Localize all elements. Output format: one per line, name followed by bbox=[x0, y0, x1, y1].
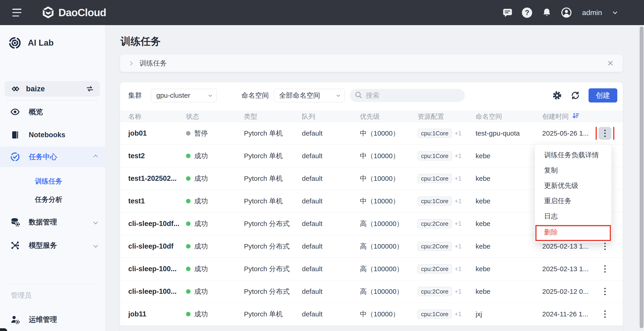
status-dot bbox=[186, 199, 190, 204]
user-name[interactable]: admin bbox=[582, 8, 602, 17]
col-status[interactable]: 状态 bbox=[186, 112, 244, 121]
workspace-switch-icon[interactable] bbox=[86, 85, 94, 93]
brand-name: DaoCloud bbox=[58, 6, 106, 19]
job-name[interactable]: job11 bbox=[128, 310, 186, 318]
resource-extra[interactable]: +1 bbox=[454, 243, 462, 250]
search-input[interactable] bbox=[366, 92, 452, 99]
resource-extra[interactable]: +1 bbox=[454, 220, 462, 227]
resource-extra[interactable]: +1 bbox=[454, 288, 462, 295]
job-name[interactable]: test1 bbox=[128, 197, 186, 205]
sidebar-item-training-jobs[interactable]: 训练任务 bbox=[0, 174, 106, 188]
sort-desc-icon[interactable] bbox=[572, 112, 580, 121]
sidebar-divider bbox=[7, 100, 98, 100]
menu-item-restart[interactable]: 重启任务 bbox=[535, 193, 611, 209]
job-status: 成功 bbox=[186, 264, 244, 274]
topbar: DaoCloud ? admin bbox=[0, 0, 644, 25]
chevron-down-icon[interactable] bbox=[613, 10, 617, 14]
col-priority[interactable]: 优先级 bbox=[360, 112, 418, 121]
workspace-selector[interactable]: baize bbox=[4, 81, 100, 96]
sidebar-item-data-management[interactable]: 数据管理 bbox=[0, 214, 106, 230]
avatar-icon[interactable] bbox=[561, 7, 572, 18]
scrollbar[interactable] bbox=[639, 25, 644, 331]
resource-extra[interactable]: +1 bbox=[454, 266, 462, 272]
namespace-select[interactable]: 全部命名空间 bbox=[274, 89, 345, 102]
sidebar-item-task-center[interactable]: 任务中心 bbox=[0, 146, 106, 167]
daocloud-cube-icon bbox=[42, 6, 54, 19]
table-row[interactable]: cli-sleep-100... 成功 Pytorch 分布式 default … bbox=[120, 258, 623, 280]
sidebar-item-job-analysis[interactable]: 任务分析 bbox=[0, 193, 106, 206]
status-dot bbox=[186, 176, 190, 181]
chevron-down-icon[interactable] bbox=[93, 243, 98, 248]
table-row[interactable]: cli-sleep-100... 成功 Pytorch 分布式 default … bbox=[120, 280, 623, 303]
menu-item-logs[interactable]: 日志 bbox=[535, 209, 611, 224]
row-actions-button[interactable] bbox=[598, 308, 611, 320]
job-name[interactable]: test2 bbox=[128, 152, 186, 160]
col-resources[interactable]: 资源配置 bbox=[418, 112, 476, 121]
job-namespace: kebe bbox=[476, 152, 542, 160]
menu-item-clone[interactable]: 复制 bbox=[535, 163, 611, 178]
chat-icon[interactable] bbox=[502, 7, 513, 18]
menu-item-update-priority[interactable]: 更新优先级 bbox=[535, 178, 611, 193]
chevron-up-icon[interactable] bbox=[93, 154, 98, 159]
sidebar-item-overview[interactable]: 概览 bbox=[0, 104, 106, 120]
create-button[interactable]: 创建 bbox=[588, 88, 617, 102]
job-namespace: kebe bbox=[476, 220, 542, 228]
sidebar-item-model-services[interactable]: 模型服务 bbox=[0, 238, 106, 254]
row-actions-button[interactable] bbox=[598, 262, 611, 275]
job-actions bbox=[592, 127, 617, 140]
hamburger-icon[interactable] bbox=[12, 9, 22, 16]
col-queue[interactable]: 队列 bbox=[302, 112, 360, 121]
job-actions bbox=[592, 285, 617, 298]
col-name[interactable]: 名称 bbox=[128, 112, 186, 121]
sidebar-item-notebooks[interactable]: Notebooks bbox=[0, 127, 106, 143]
resource-extra[interactable]: +1 bbox=[454, 175, 462, 182]
row-context-menu: 训练任务负载详情 复制 更新优先级 重启任务 日志 删除 bbox=[535, 144, 612, 243]
refresh-icon[interactable] bbox=[570, 90, 580, 100]
chevron-right-icon[interactable] bbox=[128, 61, 132, 65]
job-priority: 中（10000） bbox=[360, 151, 418, 161]
job-name[interactable]: job01 bbox=[128, 129, 186, 138]
resource-extra[interactable]: +1 bbox=[454, 311, 462, 318]
job-name[interactable]: cli-sleep-100... bbox=[128, 265, 186, 273]
job-name[interactable]: cli-sleep-10df bbox=[128, 242, 186, 250]
resource-chip: cpu:1Core bbox=[418, 310, 452, 319]
search-box bbox=[350, 89, 465, 102]
help-icon[interactable]: ? bbox=[522, 7, 532, 18]
table-row[interactable]: job01 暂停 Pytorch 单机 default 中（10000） cpu… bbox=[120, 122, 623, 145]
brand-logo[interactable]: DaoCloud bbox=[42, 6, 106, 19]
sidebar-product[interactable]: AI Lab bbox=[0, 36, 106, 50]
row-actions-button[interactable] bbox=[598, 127, 611, 140]
row-actions-button[interactable] bbox=[598, 285, 611, 298]
close-icon[interactable]: ✕ bbox=[607, 59, 614, 67]
menu-item-workload-details[interactable]: 训练任务负载详情 bbox=[535, 148, 611, 163]
col-type[interactable]: 类型 bbox=[244, 112, 302, 121]
resource-extra[interactable]: +1 bbox=[454, 198, 462, 205]
table-row[interactable]: job11 成功 Pytorch 单机 default 中（10000） cpu… bbox=[120, 303, 623, 326]
job-queue: default bbox=[302, 242, 360, 250]
bell-icon[interactable] bbox=[542, 7, 552, 18]
menu-item-delete[interactable]: 删除 bbox=[535, 224, 611, 240]
resource-extra[interactable]: +1 bbox=[454, 130, 462, 137]
job-type: Pytorch 单机 bbox=[244, 196, 302, 206]
page-title: 训练任务 bbox=[120, 35, 161, 48]
job-resources: cpu:1Core +1 bbox=[418, 310, 476, 319]
chevron-down-icon[interactable] bbox=[93, 220, 98, 224]
job-namespace: kebe bbox=[476, 288, 542, 296]
resource-extra[interactable]: +1 bbox=[454, 152, 462, 160]
resource-chip: cpu:2Core bbox=[418, 219, 452, 228]
col-namespace[interactable]: 命名空间 bbox=[476, 112, 542, 121]
sidebar-item-ops-management[interactable]: 运维管理 bbox=[0, 312, 106, 328]
job-name[interactable]: cli-sleep-10df... bbox=[128, 220, 186, 228]
gear-icon[interactable] bbox=[552, 90, 562, 100]
job-queue: default bbox=[302, 152, 360, 160]
job-name[interactable]: cli-sleep-100... bbox=[128, 288, 186, 296]
sidebar-section-admin: 管理员 bbox=[11, 291, 32, 300]
job-queue: default bbox=[302, 175, 360, 182]
cluster-select[interactable]: gpu-cluster bbox=[151, 89, 217, 102]
breadcrumb-item[interactable]: 训练任务 bbox=[140, 59, 167, 68]
job-resources: cpu:2Core +1 bbox=[418, 219, 476, 228]
col-created[interactable]: 创建时间 bbox=[542, 112, 592, 121]
job-name[interactable]: test1-202502... bbox=[128, 174, 186, 182]
scrollbar-thumb[interactable] bbox=[640, 26, 644, 328]
job-type: Pytorch 分布式 bbox=[244, 264, 302, 274]
